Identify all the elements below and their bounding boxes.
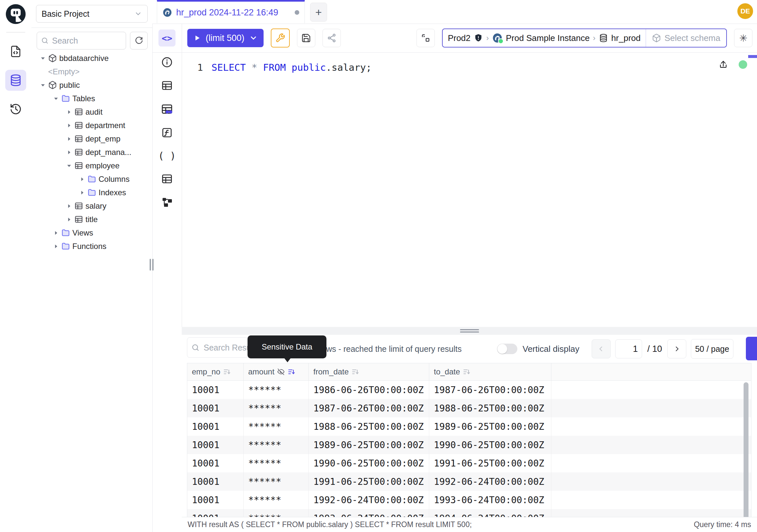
column-header-amount[interactable]: amount [244,363,309,380]
tree-item-label: dept_emp [85,134,120,143]
results-controls: 500 rows - reached the limit of query re… [182,335,757,363]
connection-button[interactable] [416,29,435,47]
tree-item-tables[interactable]: Tables [31,92,152,105]
tree-item-department[interactable]: department [31,119,152,132]
tree-item-title[interactable]: title [31,213,152,226]
caret-right-icon[interactable] [66,109,74,115]
caret-down-icon[interactable] [40,55,48,62]
table-scrollbar[interactable] [743,382,748,517]
refresh-schema-button[interactable] [130,32,148,49]
upload-icon[interactable] [718,60,728,70]
table-data-icon[interactable] [161,173,173,185]
tree-item-views[interactable]: Views [31,226,152,239]
caret-right-icon[interactable] [79,176,87,182]
cell-emp_no: 10001 [187,381,244,399]
page-number-input[interactable]: 1 [615,339,642,359]
ai-assistant-button[interactable]: ✳ [734,29,752,47]
prev-page-button[interactable] [591,339,611,359]
breadcrumb-separator: › [593,33,595,43]
caret-right-icon[interactable] [66,216,74,223]
tree-item-audit[interactable]: audit [31,105,152,119]
caret-right-icon[interactable] [79,189,87,196]
connection-breadcrumb[interactable]: Prod2 › Prod Sample Instance › hr_prod [442,28,727,47]
format-sql-button[interactable] [271,28,290,47]
cell-amount: ****** [244,491,309,509]
tree-item-label: bbdataarchive [59,54,109,63]
tooltip-arrow [284,358,291,362]
sort-icon[interactable] [351,368,359,376]
share-button[interactable] [322,29,341,47]
run-options-chevron-icon[interactable] [249,34,258,42]
run-query-button[interactable]: (limit 500) [187,29,263,47]
table-row[interactable]: 10001 ****** 1993-06-24T00:00:00Z 1994-0… [187,509,751,517]
bytebase-logo[interactable] [5,3,26,25]
schema-selector[interactable]: Select schema [646,29,726,47]
table-row[interactable]: 10001 ****** 1986-06-26T00:00:00Z 1987-0… [187,381,751,399]
column-header-to-date[interactable]: to_date [429,363,551,380]
code-line-1: 1 SELECT * FROM public.salary; [182,60,757,75]
tree-item-functions[interactable]: Functions [31,239,152,253]
caret-right-icon[interactable] [53,230,61,236]
schema-diagram-icon[interactable] [161,196,173,208]
caret-down-icon[interactable] [53,95,61,102]
user-avatar[interactable]: DE [737,3,753,19]
sort-icon[interactable] [223,368,231,376]
info-icon[interactable] [161,56,173,68]
table-row[interactable]: 10001 ****** 1990-06-25T00:00:00Z 1991-0… [187,454,751,472]
history-nav-button[interactable] [5,99,26,120]
next-page-button[interactable] [667,339,686,359]
wrench-icon [275,33,285,43]
table-row[interactable]: 10001 ****** 1989-06-25T00:00:00Z 1990-0… [187,436,751,454]
sql-editor-app: Basic Project Search bbdataarchive<Empty… [0,0,757,532]
worksheet-nav-button[interactable] [5,41,26,62]
parentheses-icon[interactable]: ( ) [158,150,176,162]
tree-item-indexes[interactable]: Indexes [31,186,152,199]
sensitive-data-table-icon[interactable] [161,103,173,115]
caret-right-icon[interactable] [66,136,74,142]
table-row[interactable]: 10001 ****** 1987-06-26T00:00:00Z 1988-0… [187,399,751,417]
cell-emp_no: 10001 [187,472,244,491]
tree-item-dept-mana[interactable]: dept_mana... [31,145,152,159]
caret-right-icon[interactable] [66,203,74,209]
tree-item-columns[interactable]: Columns [31,172,152,186]
new-tab-button[interactable]: + [310,3,327,22]
shield-icon [474,33,483,43]
tree-item-bbdataarchive[interactable]: bbdataarchive [31,51,152,65]
table-row[interactable]: 10001 ****** 1992-06-24T00:00:00Z 1993-0… [187,491,751,509]
tree-item-employee[interactable]: employee [31,159,152,172]
database-nav-button[interactable] [5,70,26,91]
function-icon[interactable] [161,127,173,139]
table-row[interactable]: 10001 ****** 1988-06-25T00:00:00Z 1989-0… [187,417,751,436]
export-button[interactable] [746,337,757,360]
sql-editor[interactable]: 1 SELECT * FROM public.salary; [182,52,757,327]
caret-down-icon[interactable] [66,163,74,169]
column-header-from-date[interactable]: from_date [309,363,429,380]
project-selector[interactable]: Basic Project [36,5,148,23]
caret-right-icon[interactable] [66,149,74,156]
worksheet-tab[interactable]: hr_prod 2024-11-22 16:49 [157,0,305,23]
code-panel-toggle[interactable]: <> [159,29,175,47]
column-header-emp-no[interactable]: emp_no [187,363,244,380]
vertical-display-toggle[interactable] [497,344,517,354]
table-info-icon[interactable] [161,79,173,91]
share-icon [327,33,337,43]
folder-icon [61,242,72,251]
query-time: Query time: 4 ms [694,520,751,529]
line-number: 1 [182,62,212,73]
code-icon: <> [162,33,172,43]
sort-icon-active[interactable] [288,368,295,376]
tree-item-empty[interactable]: <Empty> [31,65,152,78]
caret-right-icon[interactable] [66,122,74,129]
caret-down-icon[interactable] [40,82,48,88]
sidebar-search-input[interactable]: Search [37,32,126,49]
cell-amount: ****** [244,472,309,491]
tree-item-salary[interactable]: salary [31,199,152,213]
save-button[interactable] [297,29,315,47]
page-size-select[interactable]: 50 / page [691,339,733,359]
caret-right-icon[interactable] [53,243,61,250]
panel-resize-divider[interactable] [182,327,757,335]
tree-item-dept-emp[interactable]: dept_emp [31,132,152,145]
table-row[interactable]: 10001 ****** 1991-06-25T00:00:00Z 1992-0… [187,472,751,491]
tree-item-public[interactable]: public [31,78,152,92]
sort-icon[interactable] [463,368,470,376]
